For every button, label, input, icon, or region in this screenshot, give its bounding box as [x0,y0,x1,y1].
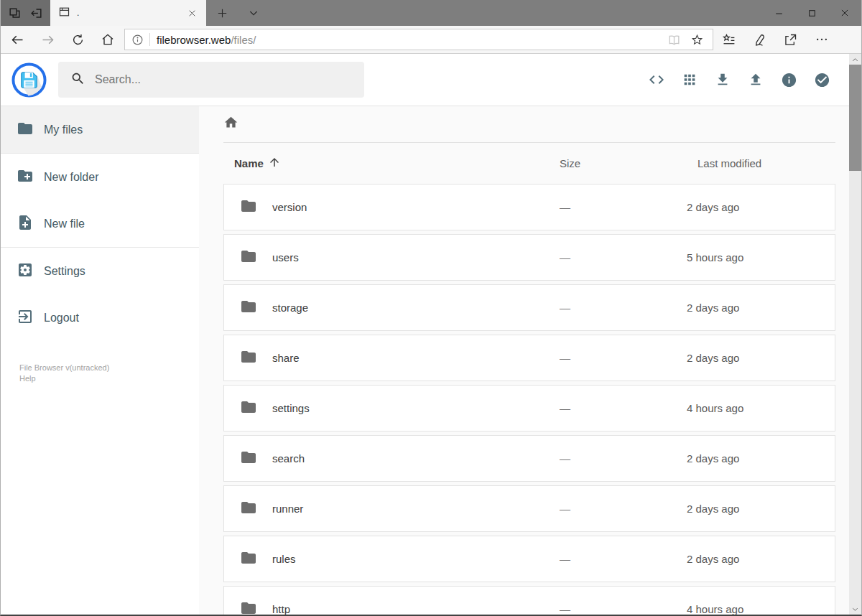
folder-icon [240,348,257,368]
url-separator [149,33,150,46]
sidebar-item-label: Logout [44,312,79,325]
new-folder-icon [17,167,34,187]
file-name: search [272,452,305,465]
set-tabs-aside-icon[interactable] [29,6,43,20]
file-size: — [549,553,687,565]
titlebar: . [1,0,861,26]
file-size: — [549,503,687,515]
file-row[interactable]: share — 2 days ago [223,335,835,381]
reading-view-icon[interactable] [662,30,685,49]
minimize-icon[interactable] [762,0,795,26]
shell-icon[interactable] [648,71,665,88]
folder-icon [240,499,257,519]
folder-icon [240,449,257,469]
url-path: /files/ [231,34,256,46]
select-icon[interactable] [813,71,830,88]
file-row[interactable]: settings — 4 hours ago [223,385,835,431]
file-row[interactable]: version — 2 days ago [223,184,835,230]
url-text: filebrowser.web/files/ [157,34,256,46]
file-name: users [272,251,299,263]
file-modified: 2 days ago [687,302,835,314]
filebrowser-logo-icon[interactable] [11,62,47,98]
share-icon[interactable] [775,27,806,52]
back-icon[interactable] [2,27,32,52]
folder-icon [240,599,257,615]
file-size: — [549,452,687,465]
file-size: — [549,302,687,314]
home-icon[interactable] [93,27,123,52]
scroll-down-icon[interactable] [849,604,861,614]
file-name: http [272,603,290,615]
file-modified: 2 days ago [687,452,835,465]
more-icon[interactable] [806,27,837,52]
file-size: — [549,402,687,414]
file-row[interactable]: search — 2 days ago [223,435,835,482]
titlebar-drag-area [269,0,762,26]
info-icon[interactable] [780,71,797,88]
file-row[interactable]: rules — 2 days ago [223,536,835,582]
browser-tab[interactable]: . [50,0,206,26]
window-controls [762,0,861,26]
file-name: settings [272,402,310,414]
column-name[interactable]: Name [234,156,560,171]
search-icon [70,71,85,89]
search-input[interactable]: Search... [58,62,364,98]
file-name: storage [272,302,308,314]
tab-actions [1,0,50,26]
sidebar-item-new-file[interactable]: New file [1,200,199,247]
file-size: — [549,251,687,263]
forward-icon[interactable] [32,27,62,52]
file-modified: 2 days ago [687,553,835,565]
breadcrumb-home-icon[interactable] [223,115,238,133]
file-modified: 4 hours ago [687,603,835,615]
upload-icon[interactable] [747,71,764,88]
folder-icon [240,298,257,318]
sidebar-item-label: My files [44,123,83,136]
file-name: share [272,352,300,364]
folder-icon [240,549,257,569]
grid-view-icon[interactable] [681,71,698,88]
scrollbar-thumb[interactable] [849,65,861,171]
download-icon[interactable] [714,71,731,88]
hub-icon[interactable] [713,27,744,52]
file-row[interactable]: runner — 2 days ago [223,485,835,532]
sidebar-item-label: Settings [44,265,85,278]
file-name: rules [272,553,296,565]
scroll-up-icon[interactable] [849,55,861,65]
new-tab-icon[interactable] [206,0,238,26]
listing-header: Name Size Last modified [223,143,835,184]
file-size: — [549,352,687,364]
favorite-star-icon[interactable] [685,30,708,49]
url-host: filebrowser.web [157,34,231,46]
listing-rows: version — 2 days ago users [223,184,835,615]
sidebar-item-my-files[interactable]: My files [1,106,199,153]
sidebar-item-new-folder[interactable]: New folder [1,154,199,200]
file-row[interactable]: storage — 2 days ago [223,284,835,331]
file-row[interactable]: http — 4 hours ago [223,586,835,615]
tab-preview-icon[interactable] [8,6,22,20]
sidebar-footer: File Browser v(untracked) Help [1,363,199,384]
refresh-icon[interactable] [62,27,93,52]
search-placeholder: Search... [95,73,141,86]
file-row[interactable]: users — 5 hours ago [223,234,835,281]
maximize-icon[interactable] [795,0,828,26]
column-size[interactable]: Size [560,157,698,169]
sidebar-item-settings[interactable]: Settings [1,248,199,294]
url-input[interactable]: filebrowser.web/files/ [124,29,713,50]
web-note-icon[interactable] [744,27,775,52]
tab-close-icon[interactable] [184,5,200,21]
help-link[interactable]: Help [19,373,199,384]
file-size: — [549,603,687,615]
file-modified: 5 hours ago [687,251,835,263]
file-modified: 2 days ago [687,201,835,213]
tab-list-icon[interactable] [238,0,269,26]
site-info-icon[interactable] [131,34,144,46]
column-modified[interactable]: Last modified [698,157,835,169]
folder-icon [240,398,257,419]
close-icon[interactable] [828,0,861,26]
app-toolbar: Search... [1,54,849,106]
breadcrumb [223,116,835,131]
sort-asc-icon [268,156,281,171]
scrollbar[interactable] [849,54,861,615]
sidebar-item-logout[interactable]: Logout [1,294,199,341]
